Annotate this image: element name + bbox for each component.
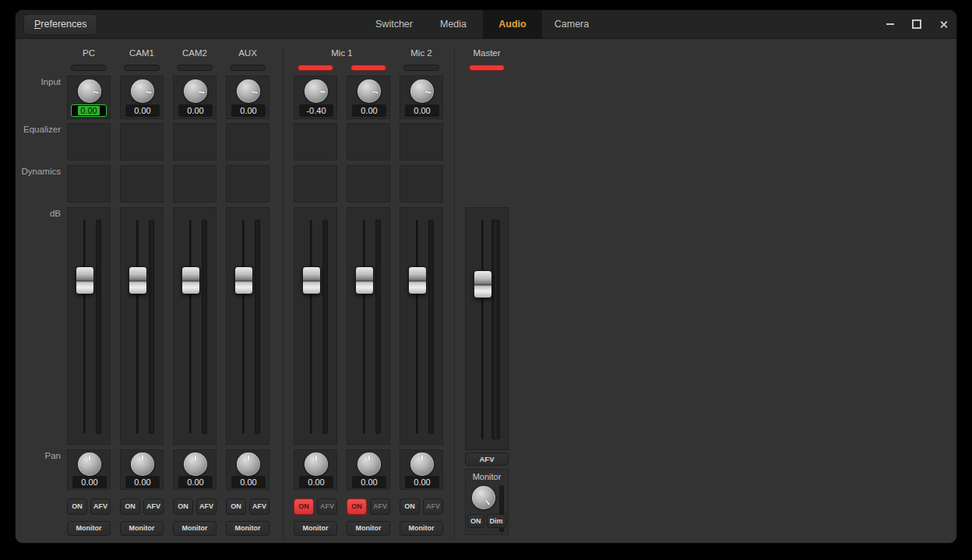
afv-button[interactable]: AFV [423, 498, 443, 515]
knob-pointer [78, 453, 101, 476]
afv-button[interactable]: AFV [249, 498, 269, 515]
pan-knob[interactable] [237, 453, 260, 476]
monitor-button[interactable]: Monitor [67, 521, 111, 536]
equalizer-section[interactable] [294, 123, 337, 160]
afv-button[interactable]: AFV [90, 498, 111, 515]
pan-field[interactable]: 0.00 [231, 476, 266, 488]
master-afv-button[interactable]: AFV [465, 453, 509, 466]
pan-section: 0.00 [120, 449, 164, 490]
pan-field[interactable]: 0.00 [125, 476, 160, 488]
pan-knob[interactable] [410, 453, 434, 476]
equalizer-section[interactable] [173, 123, 217, 160]
input-gain-knob[interactable] [78, 79, 101, 103]
fader-handle[interactable] [181, 266, 200, 294]
equalizer-section[interactable] [226, 123, 269, 160]
pan-field[interactable]: 0.00 [352, 476, 386, 488]
pan-knob[interactable] [305, 453, 328, 476]
fader-handle[interactable] [474, 270, 492, 298]
channel-strip-pc: 0.00 0.00 ON AFV Monitor [67, 39, 111, 543]
dynamics-section[interactable] [400, 165, 443, 203]
minimize-button[interactable] [881, 15, 900, 33]
monitor-button[interactable]: Monitor [120, 521, 164, 536]
input-gain-knob[interactable] [410, 79, 434, 103]
afv-button[interactable]: AFV [317, 498, 337, 515]
input-gain-value: 0.00 [78, 106, 99, 115]
dynamics-section[interactable] [226, 165, 269, 203]
input-gain-field[interactable]: -0.40 [299, 104, 333, 117]
app-window: Preferences Switcher Media Audio Camera … [16, 10, 956, 543]
fader-handle[interactable] [302, 266, 321, 294]
pan-knob[interactable] [78, 453, 101, 476]
pan-knob[interactable] [184, 453, 207, 476]
dynamics-section[interactable] [120, 165, 164, 203]
input-gain-field[interactable]: 0.00 [231, 104, 266, 117]
input-gain-field[interactable]: 0.00 [178, 104, 213, 117]
pan-field[interactable]: 0.00 [178, 476, 213, 488]
monitor-button[interactable]: Monitor [400, 521, 443, 536]
equalizer-section[interactable] [67, 123, 111, 160]
afv-button[interactable]: AFV [196, 498, 217, 515]
on-button-active[interactable]: ON [294, 498, 314, 515]
dynamics-section[interactable] [67, 165, 111, 203]
level-indicator [298, 65, 333, 71]
pan-knob[interactable] [357, 453, 381, 476]
monitor-button[interactable]: Monitor [347, 521, 390, 536]
monitor-volume-knob[interactable] [472, 486, 495, 509]
input-gain-field[interactable]: 0.00 [71, 104, 107, 117]
tab-camera[interactable]: Camera [542, 10, 601, 38]
dynamics-section[interactable] [294, 165, 337, 203]
knob-pointer [410, 453, 434, 476]
monitor-on-button[interactable]: ON [467, 514, 484, 528]
monitor-button[interactable]: Monitor [294, 521, 337, 536]
pan-field[interactable]: 0.00 [299, 476, 333, 488]
on-button[interactable]: ON [67, 498, 87, 515]
tab-bar: Switcher Media Audio Camera [364, 10, 601, 38]
equalizer-section[interactable] [347, 123, 390, 160]
on-button[interactable]: ON [120, 498, 140, 515]
tab-media[interactable]: Media [424, 10, 483, 38]
group-separator [283, 47, 284, 539]
fader-handle[interactable] [129, 266, 147, 294]
input-gain-field[interactable]: 0.00 [125, 104, 160, 117]
afv-button[interactable]: AFV [370, 498, 390, 515]
afv-button[interactable]: AFV [143, 498, 164, 515]
knob-pointer [235, 78, 262, 105]
close-button[interactable] [934, 15, 953, 33]
preferences-button[interactable]: Preferences [23, 14, 97, 35]
input-gain-knob[interactable] [131, 79, 154, 103]
input-gain-field[interactable]: 0.00 [352, 104, 386, 117]
fader-handle[interactable] [408, 266, 427, 294]
fader-handle[interactable] [234, 266, 253, 294]
monitor-button[interactable]: Monitor [173, 521, 217, 536]
input-gain-knob[interactable] [184, 79, 207, 103]
pan-knob[interactable] [131, 453, 154, 476]
pan-field[interactable]: 0.00 [405, 476, 439, 488]
input-gain-knob[interactable] [357, 79, 381, 103]
input-gain-field[interactable]: 0.00 [405, 104, 439, 117]
on-button[interactable]: ON [173, 498, 193, 515]
knob-pointer [356, 78, 383, 105]
on-button[interactable]: ON [226, 498, 246, 515]
pan-field[interactable]: 0.00 [72, 476, 107, 488]
monitor-dim-button[interactable]: Dim [487, 514, 506, 528]
tab-switcher[interactable]: Switcher [364, 10, 424, 38]
on-button[interactable]: ON [400, 498, 420, 515]
maximize-button[interactable] [907, 15, 926, 33]
dynamics-section[interactable] [347, 165, 390, 203]
dynamics-section[interactable] [173, 165, 217, 203]
input-section: 0.00 [67, 76, 111, 119]
titlebar: Preferences Switcher Media Audio Camera [16, 10, 956, 39]
input-gain-knob[interactable] [305, 79, 328, 103]
monitor-label: Monitor [466, 472, 508, 481]
on-button-active[interactable]: ON [347, 498, 367, 515]
monitor-button[interactable]: Monitor [226, 521, 269, 536]
tab-audio[interactable]: Audio [483, 10, 542, 38]
fader-track [242, 220, 245, 434]
input-gain-knob[interactable] [237, 79, 260, 103]
input-section: 0.00 [173, 76, 217, 119]
equalizer-section[interactable] [400, 123, 443, 160]
knob-pointer [467, 481, 500, 514]
equalizer-section[interactable] [120, 123, 164, 160]
fader-handle[interactable] [355, 266, 374, 294]
fader-handle[interactable] [76, 266, 94, 294]
